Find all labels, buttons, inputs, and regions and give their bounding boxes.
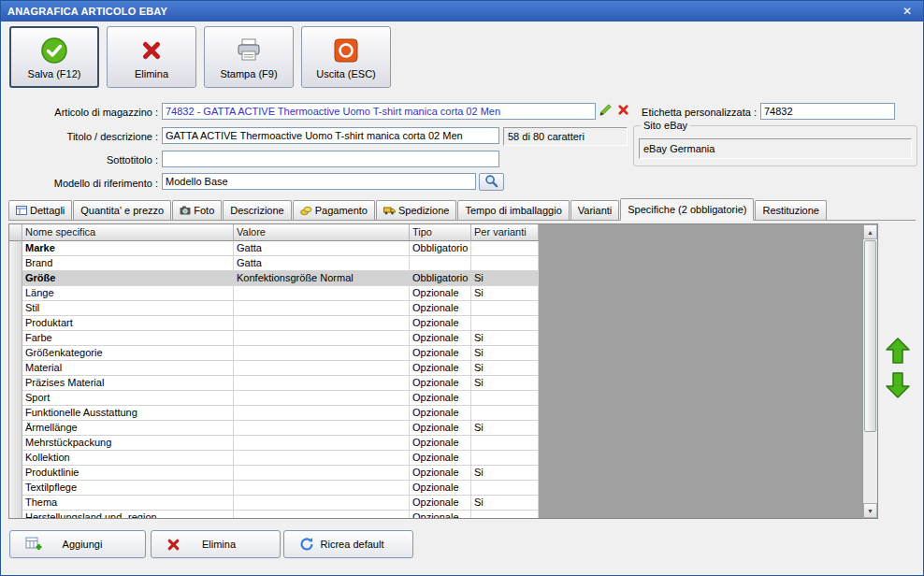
sottotitolo-field[interactable] [162,151,499,167]
cell-per-varianti[interactable] [471,481,539,496]
table-row[interactable]: MaterialOpzionaleSi [9,361,877,376]
cell-per-varianti[interactable]: Si [471,376,539,391]
row-selector[interactable] [9,391,22,406]
cell-nome[interactable]: Kollektion [22,451,234,466]
cell-tipo[interactable]: Opzionale [410,481,471,496]
cell-per-varianti[interactable] [471,436,539,451]
cell-tipo[interactable]: Obbligatorio [410,271,471,286]
cell-nome[interactable]: Marke [22,241,234,256]
table-row[interactable]: ThemaOpzionaleSi [9,496,877,511]
column-header-per-varianti[interactable]: Per varianti [471,224,539,241]
column-header-nome-specifica[interactable]: Nome specifica [22,224,234,241]
cell-per-varianti[interactable]: Si [471,466,539,481]
cell-valore[interactable] [234,406,410,421]
cell-per-varianti[interactable] [471,316,539,331]
titolo-field[interactable] [162,127,499,144]
column-header-tipo[interactable]: Tipo [410,224,471,241]
cell-per-varianti[interactable]: Si [471,271,539,286]
row-selector[interactable] [9,451,22,466]
scroll-up-icon[interactable] [863,224,877,239]
row-selector[interactable] [9,331,22,346]
cell-tipo[interactable]: Opzionale [410,421,471,436]
table-row[interactable]: ProduktlinieOpzionaleSi [9,466,877,481]
cell-tipo[interactable]: Opzionale [410,316,471,331]
scroll-down-icon[interactable] [863,503,877,518]
table-row[interactable]: BrandGatta [9,256,877,271]
cell-per-varianti[interactable] [471,301,539,316]
row-selector[interactable] [9,301,22,316]
tab-foto[interactable]: Foto [172,200,222,220]
vertical-scrollbar[interactable] [862,224,877,518]
cell-nome[interactable]: Länge [22,286,234,301]
row-selector[interactable] [9,466,22,481]
cell-valore[interactable] [234,316,410,331]
cell-nome[interactable]: Funktionelle Ausstattung [22,406,234,421]
cell-nome[interactable]: Farbe [22,331,234,346]
cell-nome[interactable]: Mehrstückpackung [22,436,234,451]
cell-valore[interactable] [234,361,410,376]
edit-articolo-button[interactable] [598,104,613,119]
recreate-default-button[interactable]: Ricrea default [283,530,413,558]
row-selector[interactable] [9,496,22,511]
cell-tipo[interactable]: Opzionale [410,286,471,301]
cell-valore[interactable] [234,421,410,436]
cell-per-varianti[interactable] [471,451,539,466]
tab-restituzione[interactable]: Restituzione [755,200,827,220]
cell-tipo[interactable]: Opzionale [410,301,471,316]
cell-valore[interactable] [234,346,410,361]
tab-spedizione[interactable]: Spedizione [376,200,456,220]
cell-valore[interactable] [234,436,410,451]
row-selector[interactable] [9,421,22,436]
table-row[interactable]: MehrstückpackungOpzionale [9,436,877,451]
table-row[interactable]: ÄrmellängeOpzionaleSi [9,421,877,436]
row-selector[interactable] [9,406,22,421]
cell-per-varianti[interactable]: Si [471,346,539,361]
tab-varianti[interactable]: Varianti [570,200,619,220]
cell-nome[interactable]: Ärmellänge [22,421,234,436]
cell-tipo[interactable]: Opzionale [410,511,471,519]
table-row[interactable]: Herstellungsland und -regionOpzionale [9,511,877,519]
row-selector[interactable] [9,241,22,256]
title-bar[interactable]: ANAGRAFICA ARTICOLO EBAY ✕ [1,1,923,22]
cell-tipo[interactable] [410,256,471,271]
cell-valore[interactable] [234,331,410,346]
row-selector[interactable] [9,286,22,301]
cell-tipo[interactable]: Opzionale [410,331,471,346]
tab-pagamento[interactable]: Pagamento [293,200,375,220]
cell-nome[interactable]: Größenkategorie [22,346,234,361]
row-selector[interactable] [9,346,22,361]
cell-nome[interactable]: Präzises Material [22,376,234,391]
row-selector[interactable] [9,376,22,391]
table-row[interactable]: TextilpflegeOpzionale [9,481,877,496]
cell-valore[interactable] [234,376,410,391]
cell-tipo[interactable]: Opzionale [410,496,471,511]
cell-per-varianti[interactable] [471,256,539,271]
table-row[interactable]: Präzises MaterialOpzionaleSi [9,376,877,391]
cell-nome[interactable]: Stil [22,301,234,316]
articolo-field[interactable] [162,103,596,120]
cell-per-varianti[interactable] [471,406,539,421]
tab-descrizione[interactable]: Descrizione [223,200,291,220]
cell-per-varianti[interactable]: Si [471,331,539,346]
cell-valore[interactable]: Gatta [234,241,410,256]
table-row[interactable]: FarbeOpzionaleSi [9,331,877,346]
save-button[interactable]: Salva (F12) [9,26,99,88]
cell-nome[interactable]: Textilpflege [22,481,234,496]
cell-valore[interactable] [234,466,410,481]
scrollbar-thumb[interactable] [864,240,876,432]
add-specific-button[interactable]: Aggiungi [9,530,146,558]
cell-tipo[interactable]: Opzionale [410,406,471,421]
table-row[interactable]: GrößenkategorieOpzionaleSi [9,346,877,361]
cell-nome[interactable]: Produktart [22,316,234,331]
cell-per-varianti[interactable] [471,511,539,519]
row-selector[interactable] [9,271,22,286]
cell-tipo[interactable]: Opzionale [410,466,471,481]
tab-tempo-di-imballaggio[interactable]: Tempo di imballaggio [457,200,569,220]
tab-dettagli[interactable]: Dettagli [8,200,72,220]
cell-nome[interactable]: Sport [22,391,234,406]
table-row[interactable]: GrößeKonfektionsgröße NormalObbligatorio… [9,271,877,286]
cell-valore[interactable]: Gatta [234,256,410,271]
cell-nome[interactable]: Material [22,361,234,376]
table-row[interactable]: SportOpzionale [9,391,877,406]
cell-valore[interactable] [234,481,410,496]
